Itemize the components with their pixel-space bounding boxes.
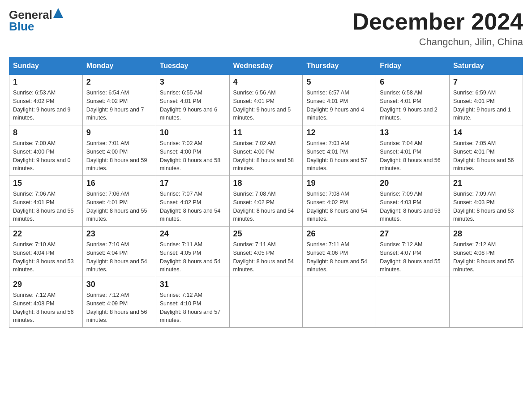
day-number: 29 [13, 280, 79, 289]
calendar-day-cell: 27 Sunrise: 7:12 AM Sunset: 4:07 PM Dayl… [376, 227, 450, 277]
calendar-day-cell: 11 Sunrise: 7:02 AM Sunset: 4:00 PM Dayl… [229, 125, 303, 176]
logo-general-text: General [9, 9, 52, 21]
sunrise-label: Sunrise: 6:59 AM [453, 90, 496, 96]
calendar-header: SundayMondayTuesdayWednesdayThursdayFrid… [9, 57, 523, 75]
svg-marker-0 [53, 8, 63, 18]
day-info: Sunrise: 7:08 AM Sunset: 4:02 PM Dayligh… [306, 190, 372, 223]
day-info: Sunrise: 7:12 AM Sunset: 4:10 PM Dayligh… [160, 291, 226, 325]
day-number: 21 [453, 179, 519, 188]
sunset-label: Sunset: 4:06 PM [306, 250, 348, 256]
calendar-table: SundayMondayTuesdayWednesdayThursdayFrid… [9, 57, 523, 328]
sunset-label: Sunset: 4:08 PM [453, 250, 494, 256]
day-number: 28 [453, 229, 519, 239]
daylight-label: Daylight: 8 hours and 54 minutes. [86, 258, 147, 273]
sunrise-label: Sunrise: 7:08 AM [306, 191, 349, 197]
calendar-header-cell: Tuesday [156, 57, 229, 75]
calendar-day-cell: 26 Sunrise: 7:11 AM Sunset: 4:06 PM Dayl… [303, 227, 376, 277]
calendar-day-cell: 18 Sunrise: 7:08 AM Sunset: 4:02 PM Dayl… [229, 176, 303, 227]
calendar-day-cell: 21 Sunrise: 7:09 AM Sunset: 4:03 PM Dayl… [450, 176, 523, 227]
sunset-label: Sunset: 4:01 PM [306, 98, 348, 104]
sunrise-label: Sunrise: 7:12 AM [86, 292, 129, 298]
sunset-label: Sunset: 4:00 PM [13, 149, 54, 155]
calendar-day-cell [303, 277, 376, 328]
day-number: 11 [233, 128, 299, 137]
daylight-label: Daylight: 9 hours and 6 minutes. [160, 107, 218, 121]
day-number: 12 [306, 128, 372, 137]
sunrise-label: Sunrise: 6:53 AM [13, 90, 56, 96]
calendar-header-cell: Friday [376, 57, 450, 75]
logo-blue-text: Blue [9, 21, 34, 32]
daylight-label: Daylight: 8 hours and 56 minutes. [380, 157, 441, 172]
sunset-label: Sunset: 4:00 PM [86, 149, 128, 155]
sunrise-label: Sunrise: 7:11 AM [233, 241, 276, 248]
calendar-day-cell: 28 Sunrise: 7:12 AM Sunset: 4:08 PM Dayl… [450, 227, 523, 277]
sunset-label: Sunset: 4:05 PM [160, 250, 201, 256]
page-header: General Blue December 2024 Changchun, Ji… [9, 9, 523, 48]
day-number: 19 [306, 179, 372, 188]
day-info: Sunrise: 7:08 AM Sunset: 4:02 PM Dayligh… [233, 190, 299, 223]
day-info: Sunrise: 7:10 AM Sunset: 4:04 PM Dayligh… [13, 240, 79, 274]
title-section: December 2024 Changchun, Jilin, China [352, 9, 523, 48]
calendar-day-cell: 5 Sunrise: 6:57 AM Sunset: 4:01 PM Dayli… [303, 75, 376, 125]
day-number: 25 [233, 229, 299, 239]
daylight-label: Daylight: 8 hours and 55 minutes. [380, 258, 441, 273]
sunrise-label: Sunrise: 7:01 AM [86, 140, 129, 146]
daylight-label: Daylight: 8 hours and 54 minutes. [306, 258, 367, 273]
sunrise-label: Sunrise: 7:05 AM [453, 140, 496, 146]
page-subtitle: Changchun, Jilin, China [352, 36, 523, 48]
day-number: 17 [160, 179, 226, 188]
calendar-day-cell: 4 Sunrise: 6:56 AM Sunset: 4:01 PM Dayli… [229, 75, 303, 125]
daylight-label: Daylight: 8 hours and 54 minutes. [160, 208, 221, 223]
calendar-day-cell: 7 Sunrise: 6:59 AM Sunset: 4:01 PM Dayli… [450, 75, 523, 125]
calendar-day-cell: 13 Sunrise: 7:04 AM Sunset: 4:01 PM Dayl… [376, 125, 450, 176]
sunset-label: Sunset: 4:07 PM [380, 250, 421, 256]
sunrise-label: Sunrise: 7:11 AM [160, 241, 202, 248]
sunrise-label: Sunrise: 7:02 AM [160, 140, 202, 146]
calendar-week-row: 1 Sunrise: 6:53 AM Sunset: 4:02 PM Dayli… [9, 75, 523, 125]
sunrise-label: Sunrise: 6:58 AM [380, 90, 422, 96]
calendar-day-cell: 12 Sunrise: 7:03 AM Sunset: 4:01 PM Dayl… [303, 125, 376, 176]
day-number: 20 [380, 179, 446, 188]
daylight-label: Daylight: 9 hours and 0 minutes. [13, 157, 71, 172]
daylight-label: Daylight: 8 hours and 54 minutes. [233, 258, 294, 273]
sunrise-label: Sunrise: 7:12 AM [160, 292, 202, 298]
day-info: Sunrise: 7:01 AM Sunset: 4:00 PM Dayligh… [86, 139, 152, 173]
sunset-label: Sunset: 4:01 PM [233, 98, 275, 104]
sunset-label: Sunset: 4:08 PM [13, 300, 54, 307]
daylight-label: Daylight: 8 hours and 57 minutes. [306, 157, 367, 172]
sunset-label: Sunset: 4:02 PM [306, 199, 348, 206]
logo: General Blue [9, 9, 63, 32]
sunrise-label: Sunrise: 6:54 AM [86, 90, 129, 96]
sunset-label: Sunset: 4:09 PM [86, 300, 128, 307]
day-info: Sunrise: 7:11 AM Sunset: 4:06 PM Dayligh… [306, 240, 372, 274]
day-info: Sunrise: 6:58 AM Sunset: 4:01 PM Dayligh… [380, 89, 446, 122]
sunset-label: Sunset: 4:04 PM [86, 250, 128, 256]
calendar-day-cell: 10 Sunrise: 7:02 AM Sunset: 4:00 PM Dayl… [156, 125, 229, 176]
calendar-day-cell: 17 Sunrise: 7:07 AM Sunset: 4:02 PM Dayl… [156, 176, 229, 227]
day-info: Sunrise: 6:54 AM Sunset: 4:02 PM Dayligh… [86, 89, 152, 122]
day-number: 15 [13, 179, 79, 188]
calendar-day-cell: 24 Sunrise: 7:11 AM Sunset: 4:05 PM Dayl… [156, 227, 229, 277]
calendar-header-cell: Thursday [303, 57, 376, 75]
day-info: Sunrise: 7:05 AM Sunset: 4:01 PM Dayligh… [453, 139, 519, 173]
daylight-label: Daylight: 8 hours and 57 minutes. [160, 309, 221, 324]
logo-triangle-icon [53, 8, 63, 18]
day-number: 3 [160, 77, 226, 87]
daylight-label: Daylight: 8 hours and 53 minutes. [13, 258, 74, 273]
day-info: Sunrise: 7:12 AM Sunset: 4:08 PM Dayligh… [453, 240, 519, 274]
daylight-label: Daylight: 8 hours and 56 minutes. [453, 157, 514, 172]
calendar-header-cell: Saturday [450, 57, 523, 75]
sunset-label: Sunset: 4:05 PM [233, 250, 275, 256]
sunset-label: Sunset: 4:04 PM [13, 250, 54, 256]
day-number: 24 [160, 229, 226, 239]
day-info: Sunrise: 7:09 AM Sunset: 4:03 PM Dayligh… [453, 190, 519, 223]
calendar-day-cell: 16 Sunrise: 7:06 AM Sunset: 4:01 PM Dayl… [82, 176, 156, 227]
daylight-label: Daylight: 9 hours and 9 minutes. [13, 107, 71, 121]
day-info: Sunrise: 7:09 AM Sunset: 4:03 PM Dayligh… [380, 190, 446, 223]
calendar-day-cell: 2 Sunrise: 6:54 AM Sunset: 4:02 PM Dayli… [82, 75, 156, 125]
daylight-label: Daylight: 8 hours and 58 minutes. [160, 157, 221, 172]
daylight-label: Daylight: 8 hours and 55 minutes. [13, 208, 74, 223]
day-number: 1 [13, 77, 79, 87]
calendar-day-cell: 31 Sunrise: 7:12 AM Sunset: 4:10 PM Dayl… [156, 277, 229, 328]
day-info: Sunrise: 7:11 AM Sunset: 4:05 PM Dayligh… [160, 240, 226, 274]
